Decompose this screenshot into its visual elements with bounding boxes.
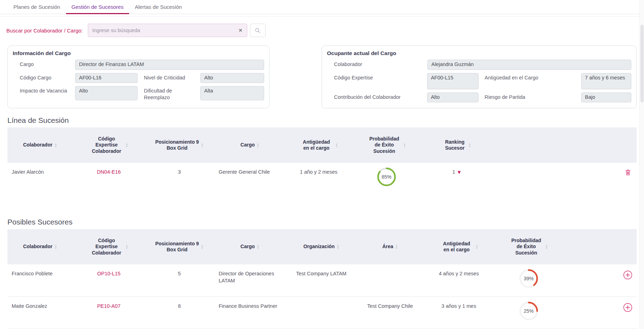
- field-label-dificultad-reemplazo: Dificultad de Reemplazo: [144, 86, 198, 101]
- sort-icon[interactable]: ▲▼: [201, 143, 203, 148]
- search-group: ✕: [88, 24, 247, 37]
- sort-icon[interactable]: ▲▼: [126, 245, 128, 249]
- trash-icon: [624, 169, 632, 176]
- panel-informacion-del-cargo: Información del Cargo Cargo Director de …: [7, 46, 269, 108]
- column-header-posicionamiento: Posicionamiento 9 Box Grid ▲▼: [145, 127, 214, 163]
- cell-antiguedad: 1 año y 2 meses: [286, 163, 351, 210]
- cell-ranking: 1▼: [422, 163, 492, 210]
- sort-icon[interactable]: ▲▼: [201, 245, 203, 249]
- expertise-code-link[interactable]: PE10-A07: [97, 303, 120, 309]
- sort-icon[interactable]: ▲▼: [257, 143, 259, 148]
- sort-icon[interactable]: ▲▼: [403, 143, 406, 148]
- cell-cargo: Director de Operaciones LATAM: [214, 264, 286, 297]
- clear-search-button[interactable]: ✕: [237, 27, 244, 34]
- search-label: Buscar por Colaborador / Cargo:: [6, 28, 83, 34]
- column-header-posicionamiento: Posicionamiento 9 Box Grid ▲▼: [145, 229, 214, 264]
- probability-value: 25%: [523, 308, 533, 314]
- cell-antiguedad: 3 años y 1 mes: [424, 297, 494, 329]
- linea-de-sucesion-heading: Línea de Sucesión: [7, 116, 644, 125]
- delete-successor-button[interactable]: [624, 169, 632, 176]
- ranking-down-icon[interactable]: ▼: [457, 169, 462, 175]
- field-value-colaborador: Alejandra Guzmán: [427, 60, 631, 70]
- field-label-antiguedad-cargo: Antigüedad en el Cargo: [485, 73, 581, 81]
- field-value-cargo: Director de Finanzas LATAM: [75, 60, 264, 70]
- cell-colaborador: Maite Gonzalez: [7, 297, 73, 329]
- add-successor-button[interactable]: [623, 303, 632, 312]
- cell-actions: [619, 264, 637, 297]
- cell-organizacion: Test Company LATAM: [286, 264, 357, 297]
- cell-posicionamiento: 3: [145, 163, 214, 210]
- probability-value: 85%: [382, 174, 391, 180]
- column-header-colaborador: Colaborador ▲▼: [7, 229, 73, 264]
- cell-codigo-expertise: DN04-E16: [73, 163, 145, 210]
- column-header-cargo: Cargo ▲▼: [214, 127, 286, 163]
- sort-icon[interactable]: ▲▼: [337, 245, 339, 249]
- cell-colaborador: Francisco Poblete: [7, 264, 73, 297]
- tab-alertas-de-sucesion[interactable]: Alertas de Sucesión: [129, 0, 187, 14]
- cell-actions: [619, 163, 637, 210]
- sort-icon[interactable]: ▲▼: [545, 245, 548, 249]
- cell-codigo-expertise: PE10-A07: [73, 297, 145, 329]
- field-value-antiguedad-cargo: 7 años y 6 meses: [581, 73, 631, 89]
- column-header-colaborador: Colaborador ▲▼: [7, 127, 73, 163]
- expertise-code-link[interactable]: DN04-E16: [97, 169, 121, 175]
- page-body: Buscar por Colaborador / Cargo: ✕ Inform…: [0, 16, 644, 329]
- probability-ring: 85%: [377, 167, 396, 187]
- clear-icon: ✕: [238, 28, 243, 33]
- table-row: Francisco Poblete OP10-L15 5 Director de…: [7, 264, 637, 297]
- cell-cargo: Gerente General Chile: [214, 163, 286, 210]
- field-label-riesgo-partida: Riesgo de Partida: [485, 92, 581, 101]
- field-label-codigo-expertise: Código Expertise: [334, 73, 427, 81]
- table-row: Javier Alarcón DN04-E16 3 Gerente Genera…: [7, 163, 637, 210]
- cell-area: [357, 264, 424, 297]
- tab-planes-de-sucesion[interactable]: Planes de Sucesión: [8, 0, 66, 14]
- field-value-riesgo-partida: Bajo: [581, 92, 631, 103]
- column-header-probabilidad: Probabilidad de Éxito Sucesión ▲▼: [351, 127, 422, 163]
- sort-icon[interactable]: ▲▼: [476, 245, 478, 249]
- cell-posicionamiento: 8: [145, 297, 214, 329]
- field-value-codigo-cargo: AF00-L16: [75, 73, 138, 83]
- field-value-contribucion: Alto: [427, 92, 479, 103]
- scrollbar-thumb[interactable]: [640, 25, 644, 102]
- expertise-code-link[interactable]: OP10-L15: [97, 271, 120, 276]
- scrollbar[interactable]: [639, 0, 644, 329]
- linea-de-sucesion-table: Colaborador ▲▼ Código Expertise Colabora…: [7, 127, 637, 210]
- cell-probabilidad: 85%: [351, 163, 422, 210]
- cell-empty: [492, 163, 619, 210]
- search-input[interactable]: [88, 24, 247, 37]
- field-value-impacto-vacancia: Alto: [75, 86, 138, 100]
- plus-circle-icon: [623, 270, 632, 280]
- search-button[interactable]: [250, 24, 266, 37]
- info-panels: Información del Cargo Cargo Director de …: [7, 46, 637, 108]
- column-header-probabilidad: Probabilidad de Éxito Sucesión ▲▼: [494, 229, 563, 264]
- table-header-row: Colaborador ▲▼ Código Expertise Colabora…: [7, 127, 637, 163]
- add-successor-button[interactable]: [623, 270, 632, 280]
- cell-cargo: Finance Business Partner: [214, 297, 286, 329]
- sort-icon[interactable]: ▲▼: [257, 245, 259, 249]
- sort-icon[interactable]: ▲▼: [55, 245, 57, 249]
- field-label-colaborador: Colaborador: [334, 60, 427, 68]
- panel-ocupante-actual: Ocupante actual del Cargo Colaborador Al…: [322, 46, 637, 108]
- tab-gestion-de-sucesores[interactable]: Gestión de Sucesores: [66, 0, 129, 14]
- cell-area: Test Company Chile: [357, 297, 424, 329]
- field-value-nivel-criticidad: Alto: [200, 73, 264, 83]
- panel-title: Información del Cargo: [13, 50, 264, 56]
- probability-ring: 25%: [519, 301, 539, 321]
- field-value-dificultad-reemplazo: Alta: [200, 86, 264, 100]
- cell-actions: [619, 297, 637, 329]
- sort-icon[interactable]: ▲▼: [55, 143, 57, 148]
- table-header-row: Colaborador ▲▼ Código Expertise Colabora…: [7, 229, 637, 264]
- column-header-area: Área ▲▼: [357, 229, 424, 264]
- sort-icon[interactable]: ▲▼: [469, 143, 471, 148]
- sort-icon[interactable]: ▲▼: [126, 143, 128, 148]
- cell-organizacion: [286, 297, 357, 329]
- cell-antiguedad: 4 años y 2 meses: [424, 264, 494, 297]
- column-header-cargo: Cargo ▲▼: [214, 229, 286, 264]
- cell-colaborador: Javier Alarcón: [7, 163, 73, 210]
- cell-empty: [563, 297, 619, 329]
- plus-circle-icon: [623, 303, 632, 312]
- sort-icon[interactable]: ▲▼: [335, 143, 338, 148]
- column-header-organizacion: Organización ▲▼: [286, 229, 357, 264]
- sort-icon[interactable]: ▲▼: [395, 245, 398, 249]
- cell-codigo-expertise: OP10-L15: [73, 264, 145, 297]
